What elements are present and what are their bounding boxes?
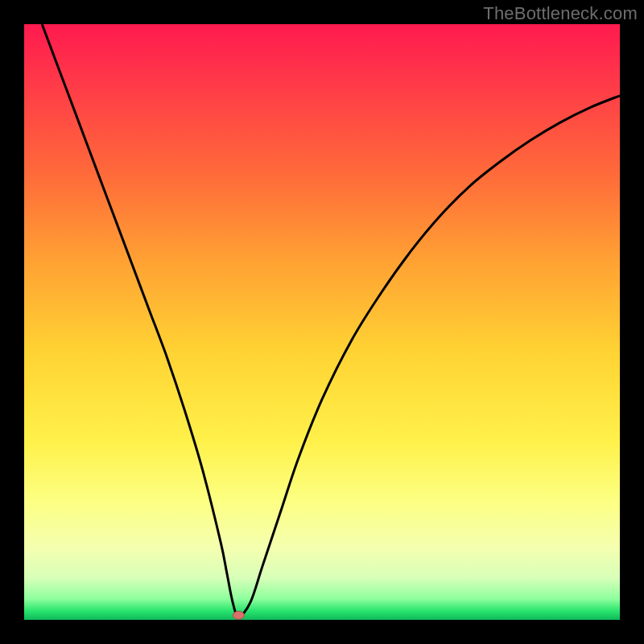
plot-area (24, 24, 620, 620)
gradient-background (24, 24, 620, 620)
chart-svg (24, 24, 620, 620)
chart-frame: TheBottleneck.com (0, 0, 644, 644)
watermark-text: TheBottleneck.com (483, 3, 638, 24)
minimum-marker-icon (233, 611, 244, 619)
